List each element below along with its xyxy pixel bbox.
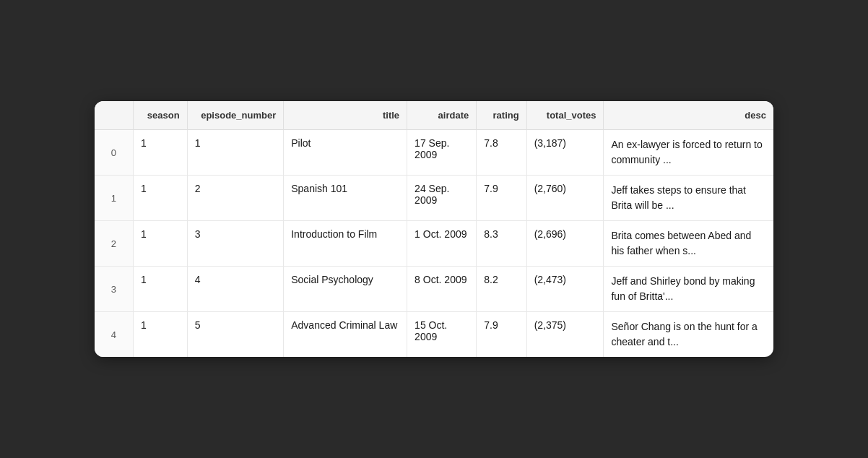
col-header-rating: rating bbox=[477, 101, 526, 130]
cell-rating: 7.9 bbox=[477, 176, 526, 221]
cell-desc: Brita comes between Abed and his father … bbox=[604, 221, 773, 267]
table-row: 011Pilot17 Sep. 20097.8(3,187)An ex-lawy… bbox=[95, 130, 773, 176]
data-table: season episode_number title airdate rati… bbox=[95, 101, 773, 357]
cell-title: Pilot bbox=[284, 130, 407, 176]
cell-airdate: 24 Sep. 2009 bbox=[407, 176, 477, 221]
cell-total_votes: (2,696) bbox=[526, 221, 604, 267]
cell-season: 1 bbox=[133, 130, 187, 176]
cell-desc: Jeff and Shirley bond by making fun of B… bbox=[604, 267, 773, 312]
cell-rating: 8.2 bbox=[477, 267, 526, 312]
cell-season: 1 bbox=[133, 312, 187, 358]
col-header-airdate: airdate bbox=[407, 101, 477, 130]
cell-episode_number: 5 bbox=[187, 312, 284, 358]
table-row: 213Introduction to Film1 Oct. 20098.3(2,… bbox=[95, 221, 773, 267]
col-header-title: title bbox=[284, 101, 407, 130]
cell-title: Advanced Criminal Law bbox=[284, 312, 407, 358]
col-header-votes: total_votes bbox=[526, 101, 604, 130]
cell-desc: An ex-lawyer is forced to return to comm… bbox=[604, 130, 773, 176]
cell-total_votes: (2,760) bbox=[526, 176, 604, 221]
cell-desc: Jeff takes steps to ensure that Brita wi… bbox=[604, 176, 773, 221]
cell-season: 1 bbox=[133, 176, 187, 221]
cell-rating: 7.8 bbox=[477, 130, 526, 176]
col-header-index bbox=[95, 101, 133, 130]
col-header-desc: desc bbox=[604, 101, 773, 130]
cell-title: Introduction to Film bbox=[284, 221, 407, 267]
cell-episode_number: 4 bbox=[187, 267, 284, 312]
cell-season: 1 bbox=[133, 267, 187, 312]
cell-index: 0 bbox=[95, 130, 133, 176]
cell-index: 3 bbox=[95, 267, 133, 312]
table-row: 112Spanish 10124 Sep. 20097.9(2,760)Jeff… bbox=[95, 176, 773, 221]
table-row: 415Advanced Criminal Law15 Oct. 20097.9(… bbox=[95, 312, 773, 358]
cell-episode_number: 2 bbox=[187, 176, 284, 221]
cell-episode_number: 3 bbox=[187, 221, 284, 267]
cell-total_votes: (2,473) bbox=[526, 267, 604, 312]
cell-title: Social Psychology bbox=[284, 267, 407, 312]
cell-airdate: 15 Oct. 2009 bbox=[407, 312, 477, 358]
cell-episode_number: 1 bbox=[187, 130, 284, 176]
cell-rating: 7.9 bbox=[477, 312, 526, 358]
cell-total_votes: (2,375) bbox=[526, 312, 604, 358]
col-header-episode: episode_number bbox=[187, 101, 284, 130]
table-header-row: season episode_number title airdate rati… bbox=[95, 101, 773, 130]
cell-index: 1 bbox=[95, 176, 133, 221]
cell-title: Spanish 101 bbox=[284, 176, 407, 221]
col-header-season: season bbox=[133, 101, 187, 130]
cell-rating: 8.3 bbox=[477, 221, 526, 267]
table-row: 314Social Psychology8 Oct. 20098.2(2,473… bbox=[95, 267, 773, 312]
cell-airdate: 17 Sep. 2009 bbox=[407, 130, 477, 176]
cell-index: 2 bbox=[95, 221, 133, 267]
cell-airdate: 1 Oct. 2009 bbox=[407, 221, 477, 267]
cell-season: 1 bbox=[133, 221, 187, 267]
cell-total_votes: (3,187) bbox=[526, 130, 604, 176]
cell-index: 4 bbox=[95, 312, 133, 358]
cell-airdate: 8 Oct. 2009 bbox=[407, 267, 477, 312]
cell-desc: Señor Chang is on the hunt for a cheater… bbox=[604, 312, 773, 358]
